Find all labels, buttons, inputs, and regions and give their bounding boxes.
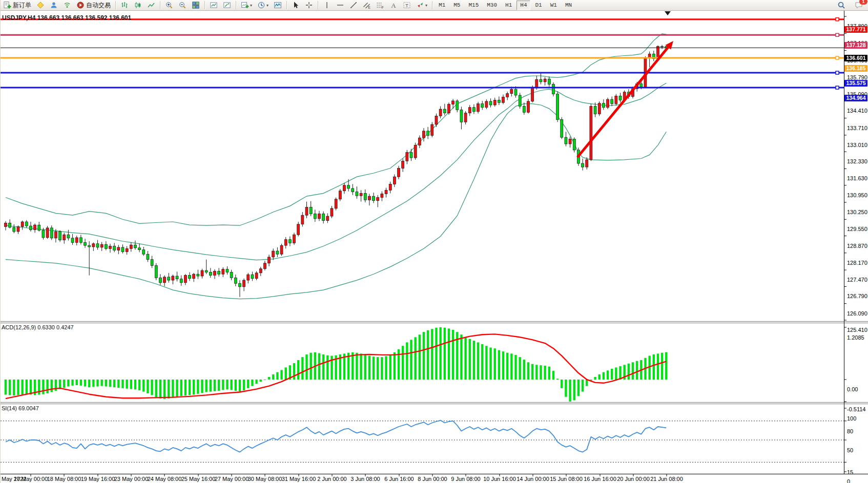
timeframe-mn-button[interactable]: MN <box>562 1 575 10</box>
text-label-button[interactable]: T <box>401 0 413 10</box>
periods-button[interactable]: ▾ <box>255 0 271 10</box>
price-tick-label: 128.170 <box>847 260 868 266</box>
notifications-button[interactable]: 1 <box>853 0 865 10</box>
price-tick-label: 127.470 <box>847 277 868 283</box>
toolbar: 新订单自动交易▾▾EFAT▾M1M5M15M30H1H4D1W1MN 1 <box>1 0 868 11</box>
time-tick-label: 14 Jun 00:00 <box>516 476 549 482</box>
new-chart-icon <box>241 1 249 9</box>
autotrading-label: 自动交易 <box>86 1 111 10</box>
trendline-button[interactable] <box>347 0 360 10</box>
svg-text:F: F <box>382 6 384 9</box>
vertical-line-button[interactable] <box>321 0 333 10</box>
timeframe-h4-button[interactable]: H4 <box>516 1 530 10</box>
tline-icon <box>349 1 358 9</box>
price-tick-label: 128.870 <box>847 243 868 249</box>
zoom-out-icon <box>178 1 187 9</box>
mt4-window: 新订单自动交易▾▾EFAT▾M1M5M15M30H1H4D1W1MN 1 USD… <box>0 0 868 483</box>
bb-middle <box>6 83 666 260</box>
time-tick-label: 6 Jun 16:00 <box>384 476 414 482</box>
svg-text:E: E <box>368 6 371 9</box>
macd-indicator-label: ACD(12,26,9) 0.6330 0.4247 <box>2 324 74 330</box>
zoom-in-button[interactable] <box>163 0 175 10</box>
time-tick-label: 27 May 00:00 <box>215 476 249 482</box>
text-button[interactable]: A <box>387 0 400 10</box>
cursor-button[interactable] <box>290 0 302 10</box>
zoom-out-button[interactable] <box>176 0 189 10</box>
toolbar-separator <box>204 1 205 9</box>
dropdown-arrow-icon[interactable]: ▾ <box>425 3 427 8</box>
chart-canvas[interactable] <box>1 10 868 483</box>
rsi-axis-label: 80 <box>847 428 868 434</box>
timeframe-w1-button[interactable]: W1 <box>547 1 561 10</box>
align-charts-button[interactable] <box>221 0 233 10</box>
time-marker-icon <box>665 11 671 15</box>
fibonacci-button[interactable]: F <box>374 0 386 10</box>
crosshair-button[interactable] <box>303 0 315 10</box>
new-order-icon <box>3 1 11 9</box>
toolbar-separator <box>236 1 236 9</box>
price-tick-label: 126.090 <box>847 310 868 317</box>
dropdown-arrow-icon[interactable]: ▾ <box>266 3 268 8</box>
price-line-label: 136.601 <box>844 55 867 61</box>
chart-title: USDJPY,H4 136.663 136.663 136.592 136.60… <box>2 14 131 22</box>
price-tick-label: 130.950 <box>847 192 868 198</box>
signals-button[interactable] <box>61 0 73 10</box>
price-tick-label: 131.630 <box>847 175 868 181</box>
timeframe-m15-button[interactable]: M15 <box>465 1 482 10</box>
community-button[interactable] <box>48 0 60 10</box>
timeframe-m1-button[interactable]: M1 <box>435 1 449 10</box>
toolbar-separator <box>286 1 287 9</box>
arrange-charts-button[interactable] <box>208 0 220 10</box>
arrows-button[interactable]: ▾ <box>414 0 429 10</box>
price-tick-label: 126.790 <box>847 293 868 299</box>
chart-bars-button[interactable] <box>118 0 131 10</box>
timeframe-m5-button[interactable]: M5 <box>450 1 464 10</box>
svg-text:T: T <box>405 3 408 8</box>
new-chart-button[interactable]: ▾ <box>239 0 254 10</box>
equidistant-channel-button[interactable]: E <box>361 0 373 10</box>
price-line-label: 137.771 <box>844 26 867 33</box>
price-line-label: 135.575 <box>844 80 867 87</box>
time-tick-label: 17 May 00:00 <box>14 476 48 482</box>
cursor-icon <box>292 1 300 9</box>
rsi-panel <box>1 421 844 463</box>
toolbar-separator <box>115 1 116 9</box>
dropdown-arrow-icon[interactable]: ▾ <box>250 3 252 8</box>
toolbar-separator <box>432 1 432 9</box>
time-tick-label: 9 Jun 08:00 <box>451 476 481 482</box>
macd-axis-zero: 0.00 <box>847 386 868 392</box>
time-tick-label: 16 Jun 16:00 <box>584 476 616 482</box>
chart-candles-icon <box>134 1 142 9</box>
timeframe-d1-button[interactable]: D1 <box>531 1 545 10</box>
fibo-icon: F <box>376 1 384 9</box>
bb-upper <box>6 34 666 225</box>
timeframe-h1-button[interactable]: H1 <box>502 1 515 10</box>
arrange-icon <box>210 1 218 9</box>
horizontal-line-button[interactable] <box>334 0 346 10</box>
search-button[interactable] <box>835 0 848 10</box>
new-order-button[interactable]: 新订单 <box>1 0 33 10</box>
timeframe-m30-button[interactable]: M30 <box>483 1 501 10</box>
metaeditor-button[interactable] <box>34 0 47 10</box>
time-tick-label: 3 Jun 08:00 <box>350 476 380 482</box>
price-line-label: 137.128 <box>844 42 867 49</box>
time-tick-label: 25 May 16:00 <box>181 476 216 482</box>
rsi-axis-label: 100 <box>847 415 868 422</box>
chart-line-button[interactable] <box>145 0 157 10</box>
price-tick-label: 129.550 <box>847 226 868 232</box>
templates-button[interactable] <box>272 0 284 10</box>
arrows-icon <box>416 1 424 9</box>
arrange2-icon <box>223 1 231 9</box>
autotrading-button[interactable]: 自动交易 <box>74 0 113 10</box>
price-tick-label: 134.410 <box>847 108 868 114</box>
tile-windows-button[interactable] <box>190 0 202 10</box>
chart-candles-button[interactable] <box>132 0 144 10</box>
price-line-label: 134.964 <box>844 95 867 101</box>
time-tick-label: 19 May 16:00 <box>81 476 115 482</box>
price-tick-label: 130.250 <box>847 209 868 215</box>
text-icon: A <box>389 1 398 9</box>
signals-icon <box>63 1 71 9</box>
channel-icon: E <box>363 1 371 9</box>
toolbar-right: 1 <box>835 0 868 10</box>
new-order-label: 新订单 <box>13 1 31 10</box>
